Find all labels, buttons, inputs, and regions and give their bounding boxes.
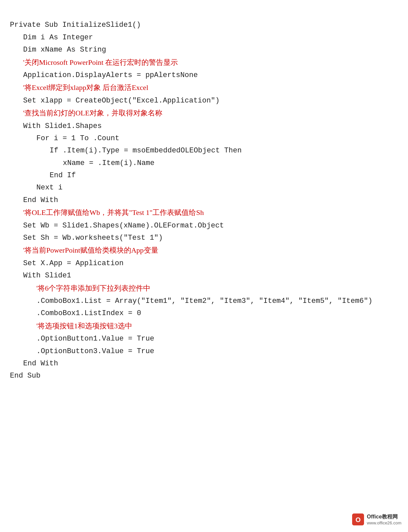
code-text: xName = .Item(i).Name (63, 159, 154, 167)
code-line: Set X.App = Application (10, 257, 398, 269)
watermark-url: www.office26.com (367, 520, 401, 525)
code-line: .ComboBox1.List = Array("Item1", "Item2"… (10, 295, 398, 307)
code-line: End Sub (10, 370, 398, 382)
code-line: '将选项按钮1和选项按钮3选中 (10, 320, 398, 333)
comment-text: '查找当前幻灯的OLE对象，并取得对象名称 (23, 109, 162, 117)
comment-text: '将选项按钮1和选项按钮3选中 (36, 322, 132, 330)
code-text: .OptionButton3.Value = True (36, 347, 154, 355)
code-line: Set Sh = Wb.worksheets("Test 1") (10, 232, 398, 244)
code-line: '将6个字符串添加到下拉列表控件中 (10, 282, 398, 295)
code-line: '将Excel绑定到xlapp对象 后台激活Excel (10, 81, 398, 94)
code-line: End With (10, 357, 398, 370)
code-text: Set Wb = Slide1.Shapes(xName).OLEFormat.… (23, 222, 224, 230)
code-text: With Slide1 (23, 271, 71, 280)
code-line: Set Wb = Slide1.Shapes(xName).OLEFormat.… (10, 220, 398, 232)
code-line: If .Item(i).Type = msoEmbeddedOLEObject … (10, 144, 398, 157)
code-text: If .Item(i).Type = msoEmbeddedOLEObject … (50, 146, 242, 155)
code-line: For i = 1 To .Count (10, 132, 398, 144)
code-line: '关闭Microsoft PowerPoint 在运行宏时的警告显示 (10, 56, 398, 69)
code-text: For i = 1 To .Count (36, 134, 119, 143)
comment-text: '将OLE工作簿赋值给Wb，并将其"Test 1"工作表赋值给Sh (23, 208, 204, 217)
code-text: .ComboBox1.ListIndex = 0 (36, 309, 141, 317)
code-line: Next i (10, 182, 398, 194)
code-text: .OptionButton1.Value = True (36, 335, 154, 343)
code-text: End If (50, 171, 76, 180)
watermark-title: Office教程网 (367, 513, 401, 520)
svg-text:O: O (356, 516, 361, 523)
code-text: End With (23, 196, 58, 204)
watermark-icon: O (352, 513, 364, 525)
code-line: '将当前PowerPoint赋值给类模块的App变量 (10, 244, 398, 257)
code-line: Dim xName As String (10, 44, 398, 56)
code-line: Dim i As Integer (10, 31, 398, 44)
comment-text: '关闭Microsoft PowerPoint 在运行宏时的警告显示 (23, 58, 178, 66)
code-line: .OptionButton1.Value = True (10, 333, 398, 345)
code-line: .ComboBox1.ListIndex = 0 (10, 307, 398, 319)
code-line: Private Sub InitializeSlide1() (10, 19, 398, 31)
code-line: '查找当前幻灯的OLE对象，并取得对象名称 (10, 107, 398, 120)
code-line: .OptionButton3.Value = True (10, 345, 398, 357)
code-text: End With (23, 359, 58, 368)
code-line: Application.DisplayAlerts = ppAlertsNone (10, 69, 398, 81)
code-text: Set X.App = Application (23, 259, 124, 267)
code-text: Next i (36, 184, 62, 192)
comment-text: '将6个字符串添加到下拉列表控件中 (36, 284, 150, 292)
watermark-text: Office教程网 www.office26.com (367, 513, 401, 525)
code-line: '将OLE工作簿赋值给Wb，并将其"Test 1"工作表赋值给Sh (10, 206, 398, 219)
code-line: End If (10, 169, 398, 182)
watermark: O Office教程网 www.office26.com (352, 513, 401, 525)
code-text: End Sub (10, 372, 40, 380)
code-line: End With (10, 194, 398, 206)
code-text: Private Sub InitializeSlide1() (10, 21, 141, 29)
code-line: xName = .Item(i).Name (10, 157, 398, 169)
code-text: With Slide1.Shapes (23, 122, 102, 130)
code-text: Application.DisplayAlerts = ppAlertsNone (23, 71, 198, 79)
code-text: Set Sh = Wb.worksheets("Test 1") (23, 234, 163, 242)
code-text: .ComboBox1.List = Array("Item1", "Item2"… (36, 297, 373, 305)
code-block: Private Sub InitializeSlide1()Dim i As I… (10, 7, 398, 382)
comment-text: '将Excel绑定到xlapp对象 后台激活Excel (23, 83, 148, 92)
code-line: With Slide1.Shapes (10, 120, 398, 132)
code-line: Set xlapp = CreateObject("Excel.Applicat… (10, 95, 398, 107)
code-text: Set xlapp = CreateObject("Excel.Applicat… (23, 97, 220, 105)
code-text: Dim i As Integer (23, 33, 93, 42)
code-line: With Slide1 (10, 269, 398, 282)
comment-text: '将当前PowerPoint赋值给类模块的App变量 (23, 246, 158, 254)
code-text: Dim xName As String (23, 46, 106, 54)
